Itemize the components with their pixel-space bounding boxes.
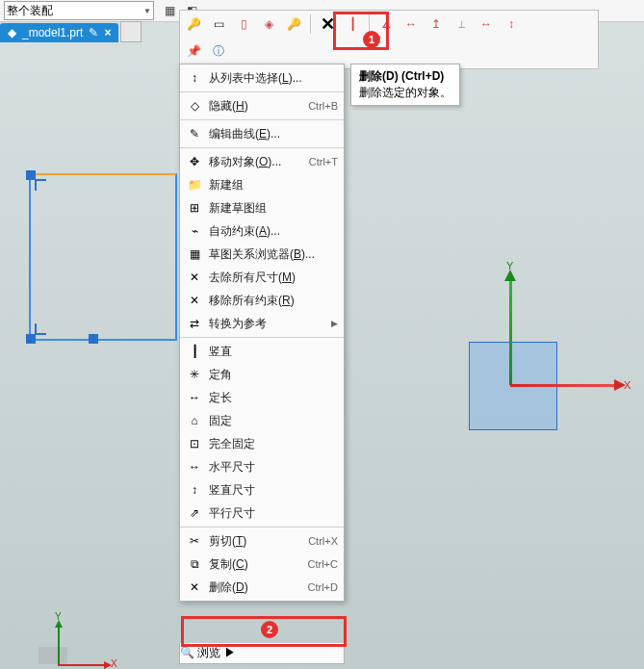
- menu-move-object[interactable]: ✥移动对象(O)...Ctrl+T: [180, 150, 344, 173]
- menu-browse[interactable]: 🔍 浏览 ▶: [180, 645, 344, 661]
- pin-icon[interactable]: 📌: [182, 39, 205, 63]
- toolbar-icon-1[interactable]: ▦: [160, 1, 179, 20]
- menu-fixed-angle[interactable]: ✳定角: [180, 363, 344, 386]
- menu-label: 竖直尺寸: [209, 482, 338, 499]
- fixed-angle-icon: ✳: [186, 366, 203, 383]
- auto-constraint-icon: ⌁: [186, 222, 203, 240]
- vbar-icon[interactable]: ▯: [232, 13, 255, 36]
- submenu-arrow-icon: ▶: [224, 646, 236, 659]
- menu-label: 去除所有尺寸(M): [209, 270, 338, 286]
- menu-edit-curve[interactable]: ✎编辑曲线(E)...: [180, 122, 344, 145]
- chevron-down-icon: ▼: [143, 7, 151, 15]
- hdim-icon[interactable]: ↔: [475, 13, 498, 36]
- menu-new-group[interactable]: 📁新建组: [180, 173, 344, 196]
- key-icon[interactable]: 🔑: [182, 13, 205, 36]
- menu-label: 固定: [209, 413, 338, 429]
- fixed-icon: ⌂: [186, 412, 203, 429]
- x-axis-icon: [510, 384, 616, 387]
- uparrow-icon[interactable]: ↥: [425, 13, 448, 36]
- view-cube[interactable]: [39, 647, 67, 664]
- menu-label: 浏览: [197, 646, 220, 659]
- fully-fixed-icon: ⊡: [186, 435, 203, 452]
- context-menu-extra: 🔍 浏览 ▶: [179, 643, 345, 664]
- tab-bar: ◆ _model1.prt ✎ ×: [0, 21, 142, 42]
- y-axis-icon: [509, 279, 512, 385]
- horizontal-dim-icon: ↔: [186, 458, 203, 476]
- assembly-combo[interactable]: 整个装配 ▼: [4, 1, 154, 20]
- menu-relation-browser[interactable]: ▦草图关系浏览器(B)...: [180, 243, 344, 266]
- menu-label: 移除所有约束(R): [209, 293, 338, 309]
- submenu-arrow-icon: ▶: [331, 319, 338, 328]
- sketch-object[interactable]: [29, 173, 177, 341]
- menu-remove-all-dims[interactable]: ✕去除所有尺寸(M): [180, 266, 344, 289]
- menu-parallel-dim[interactable]: ⇗平行尺寸: [180, 502, 344, 525]
- edit-curve-icon: ✎: [186, 125, 203, 142]
- vertical-dim-icon: ↕: [186, 481, 203, 499]
- harrow-icon[interactable]: ↔: [399, 13, 423, 36]
- tab-label: _model1.prt: [22, 26, 83, 39]
- tooltip-body: 删除选定的对象。: [359, 86, 451, 99]
- menu-shortcut: Ctrl+X: [308, 535, 338, 547]
- menu-label: 新建组: [209, 177, 338, 193]
- menu-convert-to-reference[interactable]: ⇄转换为参考▶: [180, 312, 344, 335]
- menu-vertical[interactable]: ┃竖直: [180, 340, 344, 363]
- menu-label: 从列表中选择(L)...: [209, 70, 338, 87]
- menu-select-from-list[interactable]: ↕从列表中选择(L)...: [180, 66, 344, 90]
- menu-auto-constraint[interactable]: ⌁自动约束(A)...: [180, 219, 344, 243]
- x-axis-label: X: [111, 658, 117, 669]
- menu-label: 完全固定: [209, 436, 338, 452]
- menu-shortcut: Ctrl+C: [308, 558, 338, 570]
- menu-vertical-dim[interactable]: ↕竖直尺寸: [180, 478, 344, 502]
- convert-to-reference-icon: ⇄: [186, 315, 203, 332]
- y-axis-label: Y: [55, 611, 62, 622]
- move-object-icon: ✥: [186, 153, 203, 170]
- menu-label: 剪切(T): [209, 533, 308, 550]
- model-tab[interactable]: ◆ _model1.prt ✎ ×: [0, 23, 118, 42]
- menu-delete[interactable]: ✕删除(D)Ctrl+D: [180, 576, 344, 599]
- parallel-dim-icon: ⇗: [186, 504, 203, 522]
- callout-badge-2: 2: [261, 621, 278, 638]
- menu-fully-fixed[interactable]: ⊡完全固定: [180, 432, 344, 455]
- menu-copy[interactable]: ⧉复制(C)Ctrl+C: [180, 553, 344, 576]
- fixed-length-icon: ↔: [186, 389, 203, 406]
- diamond-icon[interactable]: ◈: [257, 13, 280, 36]
- remove-all-constraints-icon: ✕: [186, 292, 203, 309]
- menu-label: 移动对象(O)...: [209, 154, 309, 170]
- new-sketch-group-icon: ⊞: [186, 199, 203, 217]
- menu-label: 水平尺寸: [209, 459, 338, 476]
- menu-new-sketch-group[interactable]: ⊞新建草图组: [180, 196, 344, 219]
- relation-browser-icon: ▦: [186, 245, 203, 263]
- cut-icon: ✂: [186, 532, 203, 550]
- edit-icon: ✎: [89, 26, 98, 39]
- info-icon[interactable]: ⓘ: [207, 39, 230, 63]
- close-icon[interactable]: ×: [104, 26, 111, 39]
- tooltip-title: 删除(D) (Ctrl+D): [359, 69, 444, 83]
- delete-icon[interactable]: ✕: [316, 13, 339, 36]
- menu-remove-all-constraints[interactable]: ✕移除所有约束(R): [180, 289, 344, 312]
- menu-horizontal-dim[interactable]: ↔水平尺寸: [180, 455, 344, 478]
- x-axis-icon: [58, 664, 106, 666]
- menu-hide[interactable]: ◇隐藏(H)Ctrl+B: [180, 94, 344, 117]
- menu-cut[interactable]: ✂剪切(T)Ctrl+X: [180, 529, 344, 553]
- box-icon[interactable]: ▭: [207, 13, 230, 36]
- keys-icon[interactable]: 🔑: [282, 13, 305, 36]
- menu-fixed-length[interactable]: ↔定长: [180, 386, 344, 409]
- delete-tooltip: 删除(D) (Ctrl+D) 删除选定的对象。: [350, 64, 460, 106]
- menu-label: 隐藏(H): [209, 98, 308, 115]
- angle-icon[interactable]: ∠: [374, 13, 398, 36]
- callout-badge-1: 1: [363, 31, 380, 48]
- menu-label: 自动约束(A)...: [209, 223, 338, 240]
- y-axis-icon: [58, 626, 60, 664]
- handle-icon[interactable]: ┃: [341, 13, 364, 36]
- sketch-toolbar: 🔑▭▯◈🔑✕┃∠↔↥⟂↔↕📌ⓘ: [179, 10, 599, 69]
- menu-label: 编辑曲线(E)...: [209, 126, 338, 142]
- vdim-icon[interactable]: ↕: [500, 13, 523, 36]
- y-axis-label: Y: [506, 260, 513, 271]
- menu-label: 复制(C): [209, 556, 308, 573]
- perp-icon[interactable]: ⟂: [450, 13, 473, 36]
- x-axis-label: X: [624, 379, 631, 391]
- menu-fixed[interactable]: ⌂固定: [180, 409, 344, 432]
- new-group-icon: 📁: [186, 176, 203, 193]
- blank-tab[interactable]: [120, 21, 142, 42]
- menu-label: 转换为参考: [209, 316, 327, 332]
